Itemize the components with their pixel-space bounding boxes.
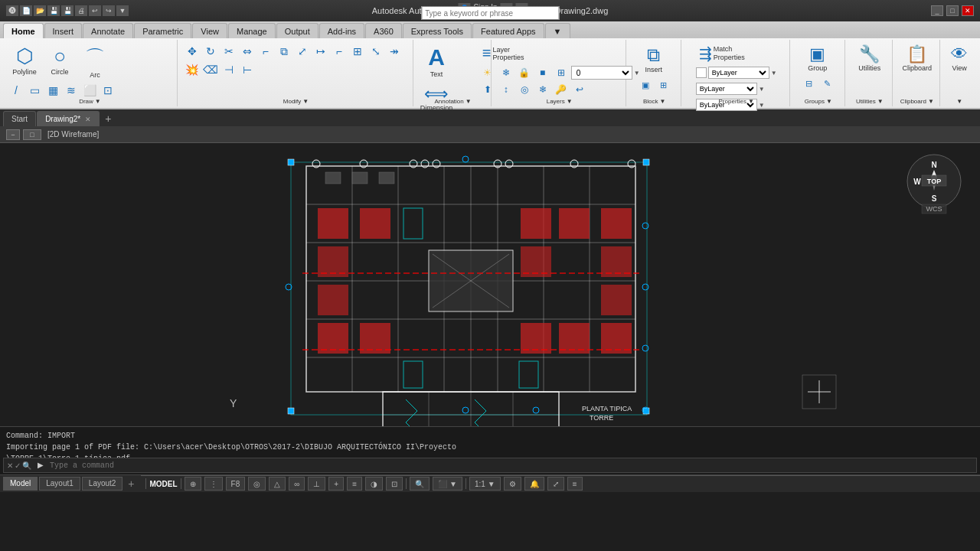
- lock-layer-icon[interactable]: 🔑: [553, 81, 570, 98]
- layer-isolate-icon[interactable]: ◎: [516, 81, 533, 98]
- otrack-toggle[interactable]: ∞: [289, 477, 305, 491]
- tab-a360[interactable]: A360: [365, 23, 402, 38]
- tab-featuredapps[interactable]: Featured Apps: [472, 23, 544, 38]
- layout1-tab[interactable]: Layout1: [39, 477, 80, 491]
- new-tab-button[interactable]: +: [100, 111, 116, 126]
- color-dropdown-arrow[interactable]: ▼: [771, 70, 777, 77]
- utilities-group-label[interactable]: Utilities ▼: [847, 98, 892, 105]
- notification-button[interactable]: 🔔: [524, 477, 544, 491]
- snap-toggle[interactable]: ⊕: [185, 477, 201, 491]
- layer-properties-button[interactable]: ≡ LayerProperties: [479, 43, 528, 64]
- chamfer-button[interactable]: ⌐: [331, 43, 348, 60]
- create-block-icon[interactable]: ▣: [637, 77, 654, 93]
- layer-state-icon[interactable]: ☀: [479, 64, 496, 81]
- view-group-label[interactable]: ▼: [942, 98, 977, 105]
- tab-home[interactable]: Home: [3, 23, 44, 38]
- redo-icon[interactable]: ↪: [103, 5, 115, 16]
- fullscreen-button[interactable]: ⤢: [547, 477, 564, 491]
- mirror-button[interactable]: ⇔: [239, 43, 256, 60]
- circle-button[interactable]: ○ Circle: [43, 43, 77, 77]
- tab-more[interactable]: ▼: [545, 23, 570, 38]
- annotation-expand-icon[interactable]: ▼: [466, 98, 472, 105]
- cmd-search-icon[interactable]: 🔍: [22, 461, 31, 470]
- insert-button[interactable]: ⧉ Insert: [637, 43, 671, 75]
- viewport-restore-button[interactable]: □: [23, 129, 41, 140]
- block-editor-icon[interactable]: ⊞: [655, 77, 672, 93]
- cmd-check-icon[interactable]: ✓: [15, 461, 21, 470]
- color-select[interactable]: ByLayer: [708, 67, 769, 79]
- grid-toggle[interactable]: ⋮: [204, 477, 223, 491]
- copy-button[interactable]: ⧉: [276, 43, 292, 60]
- customization-button[interactable]: ≡: [567, 477, 583, 491]
- sel-toggle[interactable]: ⊡: [386, 477, 403, 491]
- text-button[interactable]: A Text: [420, 43, 453, 80]
- tab-view[interactable]: View: [192, 23, 227, 38]
- freeze-layer-icon[interactable]: ❄: [534, 81, 551, 98]
- group-edit-icon[interactable]: ✎: [819, 75, 836, 92]
- quickaccess-dropdown[interactable]: ▼: [116, 5, 129, 16]
- minimize-button[interactable]: _: [931, 5, 943, 16]
- search-input[interactable]: [421, 6, 559, 20]
- utilities-button[interactable]: 🔧 Utilities: [853, 43, 887, 73]
- print-icon[interactable]: 🖨: [75, 5, 87, 16]
- layer-more-icon[interactable]: ⊞: [553, 64, 570, 81]
- draw-group-label[interactable]: Draw ▼: [3, 98, 177, 105]
- match-layer-icon[interactable]: ↕: [498, 81, 514, 98]
- tab-expresstools[interactable]: Express Tools: [403, 23, 472, 38]
- transparency-toggle[interactable]: ◑: [365, 477, 383, 491]
- layer-freeze-icon[interactable]: ❄: [498, 64, 514, 81]
- layer-lock-icon[interactable]: 🔒: [516, 64, 533, 81]
- properties-group-label[interactable]: Properties ▼: [683, 98, 789, 105]
- osnap-toggle[interactable]: △: [269, 477, 286, 491]
- doc-tab-drawing2[interactable]: Drawing2* ✕: [37, 111, 100, 126]
- polar-toggle[interactable]: ◎: [248, 477, 266, 491]
- stretch-button[interactable]: ⤡: [368, 43, 384, 60]
- linetype-dropdown-arrow[interactable]: ▼: [759, 86, 765, 93]
- region-button[interactable]: ⊡: [100, 82, 116, 99]
- new-file-icon[interactable]: 📄: [20, 5, 32, 16]
- hatch-button[interactable]: ▦: [44, 82, 61, 99]
- clipboard-group-label[interactable]: Clipboard ▼: [894, 98, 939, 105]
- ducs-toggle[interactable]: ⊥: [308, 477, 325, 491]
- doc-tab-start[interactable]: Start: [3, 111, 36, 126]
- tab-parametric[interactable]: Parametric: [134, 23, 191, 38]
- properties-expand-icon[interactable]: ▼: [748, 98, 754, 105]
- viewport-wireframe-label[interactable]: [2D Wireframe]: [47, 130, 99, 139]
- offset-button[interactable]: ↠: [386, 43, 403, 60]
- add-layout-button[interactable]: +: [124, 477, 138, 491]
- close-button[interactable]: ✕: [962, 5, 974, 16]
- layers-expand-icon[interactable]: ▼: [567, 98, 573, 105]
- color-swatch[interactable]: [696, 67, 707, 78]
- layer-color-icon[interactable]: ■: [534, 64, 551, 81]
- modify-group-label[interactable]: Modify ▼: [179, 98, 413, 105]
- clipboard-expand-icon[interactable]: ▼: [928, 98, 934, 105]
- trim-button[interactable]: ✂: [220, 43, 237, 60]
- view-controls[interactable]: ⬛ ▼: [433, 477, 462, 491]
- extend-button[interactable]: ↦: [312, 43, 329, 60]
- polyline-button[interactable]: ⬡ Polyline: [8, 43, 41, 77]
- make-current-icon[interactable]: ⬆: [479, 81, 496, 98]
- zoom-out-button[interactable]: 🔍: [410, 477, 430, 491]
- lw-toggle[interactable]: ≡: [347, 477, 362, 491]
- groups-group-label[interactable]: Groups ▼: [792, 98, 844, 105]
- ortho-toggle[interactable]: F8: [226, 477, 246, 491]
- groups-expand-icon[interactable]: ▼: [826, 98, 832, 105]
- model-tab[interactable]: Model: [3, 477, 38, 491]
- block-expand-icon[interactable]: ▼: [660, 98, 666, 105]
- gradient-button[interactable]: ≋: [63, 82, 80, 99]
- move-button[interactable]: ✥: [184, 43, 201, 60]
- break-button[interactable]: ⊣: [220, 61, 237, 78]
- scale-button[interactable]: ⤢: [294, 43, 311, 60]
- autocad-logo-icon[interactable]: 🅐: [6, 5, 18, 16]
- layers-group-label[interactable]: Layers ▼: [493, 98, 626, 105]
- erase-button[interactable]: ⌫: [202, 61, 219, 78]
- save-as-icon[interactable]: 💾: [61, 5, 74, 16]
- layer-select[interactable]: 0: [571, 66, 632, 80]
- rotate-button[interactable]: ↻: [202, 43, 219, 60]
- join-button[interactable]: ⊢: [239, 61, 256, 78]
- tab-manage[interactable]: Manage: [228, 23, 276, 38]
- draw-expand-icon[interactable]: ▼: [95, 98, 101, 105]
- clipboard-button[interactable]: 📋 Clipboard: [900, 43, 934, 73]
- open-file-icon[interactable]: 📂: [34, 5, 46, 16]
- ungroup-icon[interactable]: ⊟: [801, 75, 818, 92]
